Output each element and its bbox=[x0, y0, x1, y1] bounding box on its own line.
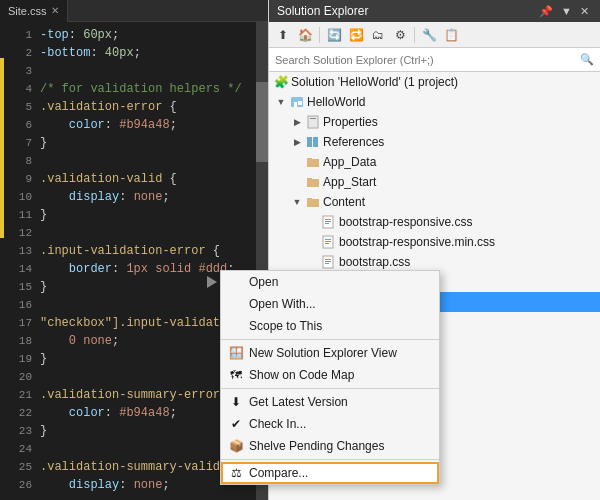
toolbar-separator-2 bbox=[414, 27, 415, 43]
ctx-item-show_code_map[interactable]: 🗺Show on Code Map bbox=[221, 364, 439, 386]
pin-icon[interactable]: 📌 bbox=[536, 4, 556, 19]
ctx-label-shelve_pending: Shelve Pending Changes bbox=[249, 439, 384, 453]
filter-button[interactable]: 🗂 bbox=[368, 25, 388, 45]
collapse-all-button[interactable]: ⬆ bbox=[273, 25, 293, 45]
ctx-label-compare: Compare... bbox=[249, 466, 308, 480]
tree-icon-helloworld bbox=[289, 94, 305, 110]
ctx-label-new_solution_explorer: New Solution Explorer View bbox=[249, 346, 397, 360]
tree-label-helloworld: HelloWorld bbox=[307, 95, 365, 109]
ctx-item-check_in[interactable]: ✔Check In... bbox=[221, 413, 439, 435]
tree-arrow-helloworld: ▼ bbox=[273, 97, 289, 107]
tree-item-app_data[interactable]: App_Data bbox=[269, 152, 600, 172]
dropdown-icon[interactable]: ▼ bbox=[558, 4, 575, 18]
ctx-label-open_with: Open With... bbox=[249, 297, 316, 311]
tree-item-content[interactable]: ▼Content bbox=[269, 192, 600, 212]
solution-explorer-header: Solution Explorer 📌 ▼ ✕ bbox=[269, 0, 600, 22]
svg-rect-6 bbox=[313, 137, 318, 147]
search-input[interactable] bbox=[275, 54, 576, 66]
properties-button[interactable]: 🔧 bbox=[419, 25, 439, 45]
show-all-button[interactable]: 📋 bbox=[441, 25, 461, 45]
solution-explorer-title: Solution Explorer bbox=[277, 4, 368, 18]
tree-icon-bootstrap_css bbox=[321, 254, 337, 270]
svg-rect-18 bbox=[325, 239, 331, 240]
ctx-label-open: Open bbox=[249, 275, 278, 289]
ctx-label-scope_to_this: Scope to This bbox=[249, 319, 322, 333]
tree-item-bootstrap_css[interactable]: bootstrap.css bbox=[269, 252, 600, 272]
sync-button[interactable]: 🔁 bbox=[346, 25, 366, 45]
ctx-item-open[interactable]: Open bbox=[221, 271, 439, 293]
svg-rect-4 bbox=[310, 118, 316, 119]
tree-label-bootstrap_responsive_css: bootstrap-responsive.css bbox=[339, 215, 472, 229]
tree-label-bootstrap_responsive_min_css: bootstrap-responsive.min.css bbox=[339, 235, 495, 249]
tree-label-references: References bbox=[323, 135, 384, 149]
editor-tab[interactable]: Site.css ✕ bbox=[0, 0, 68, 22]
change-bar bbox=[0, 58, 4, 238]
solution-icon: 🧩 bbox=[273, 74, 289, 90]
tree-label-app_data: App_Data bbox=[323, 155, 376, 169]
editor-line: 13.input-validation-error { bbox=[0, 242, 268, 260]
editor-line: 4/* for validation helpers */ bbox=[0, 80, 268, 98]
tree-arrow-properties: ▶ bbox=[289, 117, 305, 127]
refresh-button[interactable]: 🔄 bbox=[324, 25, 344, 45]
home-button[interactable]: 🏠 bbox=[295, 25, 315, 45]
solution-root[interactable]: 🧩 Solution 'HelloWorld' (1 project) bbox=[269, 72, 600, 92]
scrollbar-thumb[interactable] bbox=[256, 82, 268, 162]
tree-item-bootstrap_responsive_css[interactable]: bootstrap-responsive.css bbox=[269, 212, 600, 232]
editor-line: 7} bbox=[0, 134, 268, 152]
svg-rect-3 bbox=[308, 116, 318, 128]
tree-item-app_start[interactable]: App_Start bbox=[269, 172, 600, 192]
ctx-icon-show_code_map: 🗺 bbox=[227, 366, 245, 384]
ctx-icon-check_in: ✔ bbox=[227, 415, 245, 433]
tree-label-bootstrap_css: bootstrap.css bbox=[339, 255, 410, 269]
tab-label: Site.css bbox=[8, 5, 47, 17]
tree-icon-bootstrap_responsive_css bbox=[321, 214, 337, 230]
context-menu: OpenOpen With...Scope to This🪟New Soluti… bbox=[220, 270, 440, 485]
tree-icon-content bbox=[305, 194, 321, 210]
ctx-icon-shelve_pending: 📦 bbox=[227, 437, 245, 455]
settings-button[interactable]: ⚙ bbox=[390, 25, 410, 45]
ctx-item-open_with[interactable]: Open With... bbox=[221, 293, 439, 315]
editor-line: 3 bbox=[0, 62, 268, 80]
ctx-label-get_latest: Get Latest Version bbox=[249, 395, 348, 409]
solution-header-icons: 📌 ▼ ✕ bbox=[536, 4, 592, 19]
editor-tab-bar: Site.css ✕ bbox=[0, 0, 268, 22]
tree-icon-references bbox=[305, 134, 321, 150]
tree-item-properties[interactable]: ▶Properties bbox=[269, 112, 600, 132]
ctx-item-shelve_pending[interactable]: 📦Shelve Pending Changes bbox=[221, 435, 439, 457]
svg-rect-19 bbox=[325, 241, 331, 242]
ctx-label-check_in: Check In... bbox=[249, 417, 306, 431]
tree-item-references[interactable]: ▶References bbox=[269, 132, 600, 152]
editor-line: 10 display: none; bbox=[0, 188, 268, 206]
ctx-separator-separator3 bbox=[221, 459, 439, 460]
tree-item-bootstrap_responsive_min_css[interactable]: bootstrap-responsive.min.css bbox=[269, 232, 600, 252]
editor-line: 8 bbox=[0, 152, 268, 170]
solution-toolbar: ⬆ 🏠 🔄 🔁 🗂 ⚙ 🔧 📋 bbox=[269, 22, 600, 48]
svg-rect-20 bbox=[325, 243, 329, 244]
ctx-icon-compare: ⚖ bbox=[227, 464, 245, 482]
tree-icon-app_data bbox=[305, 154, 321, 170]
tree-label-app_start: App_Start bbox=[323, 175, 376, 189]
svg-rect-16 bbox=[325, 223, 329, 224]
ctx-item-get_latest[interactable]: ⬇Get Latest Version bbox=[221, 391, 439, 413]
svg-rect-10 bbox=[307, 178, 312, 181]
change-indicator bbox=[0, 22, 4, 500]
svg-rect-23 bbox=[325, 261, 331, 262]
tree-label-content: Content bbox=[323, 195, 365, 209]
svg-rect-2 bbox=[298, 101, 302, 105]
ctx-item-new_solution_explorer[interactable]: 🪟New Solution Explorer View bbox=[221, 342, 439, 364]
editor-line: 2-bottom: 40px; bbox=[0, 44, 268, 62]
svg-rect-15 bbox=[325, 221, 331, 222]
tree-item-helloworld[interactable]: ▼HelloWorld bbox=[269, 92, 600, 112]
svg-rect-22 bbox=[325, 259, 331, 260]
editor-line: 5.validation-error { bbox=[0, 98, 268, 116]
ctx-arrow-indicator bbox=[207, 276, 217, 288]
editor-line: 11} bbox=[0, 206, 268, 224]
tree-label-properties: Properties bbox=[323, 115, 378, 129]
close-panel-button[interactable]: ✕ bbox=[577, 4, 592, 19]
ctx-item-compare[interactable]: ⚖Compare... bbox=[221, 462, 439, 484]
tab-close-button[interactable]: ✕ bbox=[51, 5, 59, 16]
search-row: 🔍 bbox=[269, 48, 600, 72]
ctx-icon-get_latest: ⬇ bbox=[227, 393, 245, 411]
ctx-item-scope_to_this[interactable]: Scope to This bbox=[221, 315, 439, 337]
svg-rect-1 bbox=[294, 102, 297, 107]
